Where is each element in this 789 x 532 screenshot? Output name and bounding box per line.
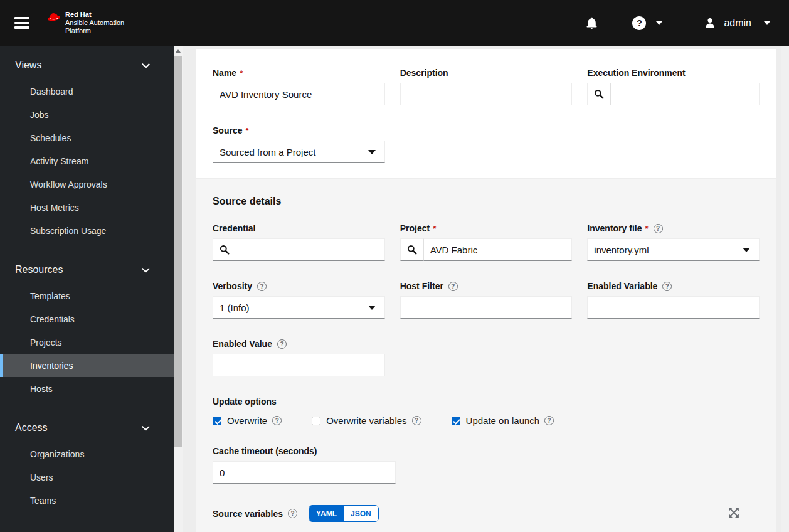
cache-timeout-label: Cache timeout (seconds) [213, 446, 317, 456]
required-asterisk [645, 224, 648, 233]
sidebar-item-organizations[interactable]: Organizations [0, 442, 174, 466]
update-on-launch-help-icon[interactable] [544, 416, 554, 425]
field-project: Project [400, 223, 573, 261]
sidebar-item-credentials[interactable]: Credentials [0, 307, 174, 331]
description-input[interactable] [400, 83, 573, 105]
field-credential: Credential [213, 223, 385, 261]
main-content: Name Description Execution Environment [183, 46, 789, 532]
user-name: admin [724, 18, 751, 29]
sidebar-item-jobs[interactable]: Jobs [0, 103, 174, 126]
scrollbar-arrow-up-icon[interactable] [176, 49, 181, 53]
enabled-variable-help-icon[interactable] [662, 282, 672, 291]
caret-down-icon [743, 248, 750, 252]
sidebar-item-schedules[interactable]: Schedules [0, 126, 174, 149]
update-on-launch-checkbox[interactable] [452, 417, 460, 425]
caret-down-icon [368, 306, 376, 310]
host-filter-input[interactable] [400, 296, 573, 319]
chevron-down-icon [142, 423, 150, 431]
nav-section-resources: Resources Templates Credentials Projects… [0, 250, 174, 408]
cache-timeout-input[interactable] [213, 461, 396, 484]
overwrite-checkbox[interactable] [213, 417, 221, 425]
sidebar-scrollbar[interactable] [174, 46, 183, 532]
credential-search-button[interactable] [213, 238, 236, 261]
caret-down-icon [764, 21, 770, 25]
yaml-toggle-button[interactable]: YAML [309, 506, 344, 521]
masthead: Red Hat Ansible Automation Platform ? ad… [0, 0, 789, 46]
inventory-file-select[interactable]: inventory.yml [587, 238, 760, 261]
field-verbosity: Verbosity 1 (Info) [213, 281, 385, 319]
sidebar-item-users[interactable]: Users [0, 466, 174, 489]
host-filter-help-icon[interactable] [448, 282, 458, 291]
inventory-file-label: Inventory file [587, 223, 642, 233]
required-asterisk [245, 126, 248, 136]
red-hat-icon [47, 11, 61, 22]
sidebar-item-workflow-approvals[interactable]: Workflow Approvals [0, 173, 174, 196]
description-label: Description [400, 68, 448, 78]
required-asterisk [240, 68, 243, 78]
help-question-icon: ? [632, 16, 646, 30]
search-icon [220, 245, 230, 255]
sidebar-item-teams[interactable]: Teams [0, 489, 174, 512]
overwrite-variables-checkbox[interactable] [312, 417, 320, 425]
nav-section-label: Access [15, 422, 48, 434]
source-select-value: Sourced from a Project [220, 147, 315, 157]
enabled-value-label: Enabled Value [213, 339, 272, 349]
brand-line3: Platform [65, 27, 124, 35]
sidebar-item-projects[interactable]: Projects [0, 331, 174, 354]
sidebar-item-host-metrics[interactable]: Host Metrics [0, 196, 174, 219]
overwrite-variables-help-icon[interactable] [412, 416, 421, 425]
nav-section-header-views[interactable]: Views [0, 60, 174, 71]
inventory-file-help-icon[interactable] [654, 224, 663, 233]
notifications-bell-icon[interactable] [585, 16, 598, 30]
verbosity-help-icon[interactable] [257, 282, 267, 291]
field-execution-environment: Execution Environment [587, 68, 760, 105]
json-toggle-button[interactable]: JSON [344, 506, 378, 521]
nav-toggle-hamburger-icon[interactable] [14, 17, 29, 29]
source-select[interactable]: Sourced from a Project [213, 141, 385, 163]
update-on-launch-label: Update on launch [466, 415, 540, 426]
overwrite-variables-checkbox-group: Overwrite variables [312, 415, 421, 426]
nav-section-views: Views Dashboard Jobs Schedules Activity … [0, 46, 174, 250]
nav-section-header-access[interactable]: Access [0, 422, 174, 434]
verbosity-select[interactable]: 1 (Info) [213, 296, 385, 319]
field-name: Name [213, 68, 385, 105]
project-search-button[interactable] [400, 238, 424, 261]
brand-line1: Red Hat [65, 11, 124, 19]
field-description: Description [400, 68, 573, 105]
execution-environment-search-button[interactable] [587, 83, 611, 105]
sidebar-item-hosts[interactable]: Hosts [0, 377, 174, 400]
enabled-value-input[interactable] [213, 354, 385, 376]
scrollbar-thumb[interactable] [174, 56, 182, 447]
sidebar-item-inventories[interactable]: Inventories [0, 354, 174, 377]
credential-input[interactable] [236, 238, 385, 261]
user-menu-button[interactable]: admin [704, 17, 770, 29]
update-options-label: Update options [213, 396, 760, 407]
field-host-filter: Host Filter [400, 281, 573, 319]
enabled-variable-input[interactable] [587, 296, 760, 319]
overwrite-help-icon[interactable] [272, 416, 282, 425]
brand-line2: Ansible Automation [65, 19, 124, 27]
chevron-down-icon [142, 60, 150, 68]
sidebar-item-dashboard[interactable]: Dashboard [0, 80, 174, 103]
caret-down-icon [656, 21, 662, 25]
project-label: Project [400, 223, 430, 233]
expand-editor-button[interactable] [728, 507, 739, 520]
caret-down-icon [368, 150, 376, 154]
sidebar-item-subscription-usage[interactable]: Subscription Usage [0, 219, 174, 242]
help-menu-button[interactable]: ? [632, 16, 662, 30]
main-scrollbar-track[interactable] [781, 46, 789, 532]
execution-environment-input[interactable] [611, 83, 760, 105]
enabled-value-help-icon[interactable] [277, 339, 287, 349]
sidebar-item-templates[interactable]: Templates [0, 284, 174, 307]
sidebar-item-activity-stream[interactable]: Activity Stream [0, 149, 174, 173]
search-icon [407, 245, 417, 255]
nav-section-header-resources[interactable]: Resources [0, 264, 174, 275]
yaml-json-toggle: YAML JSON [309, 505, 379, 522]
user-icon [704, 17, 716, 29]
source-variables-help-icon[interactable] [288, 509, 297, 518]
expand-arrows-icon [728, 507, 739, 518]
project-input[interactable] [424, 238, 573, 261]
sidebar-nav: Views Dashboard Jobs Schedules Activity … [0, 46, 174, 532]
source-variables-row: Source variables YAML JSON [213, 505, 760, 522]
name-input[interactable] [213, 83, 385, 105]
